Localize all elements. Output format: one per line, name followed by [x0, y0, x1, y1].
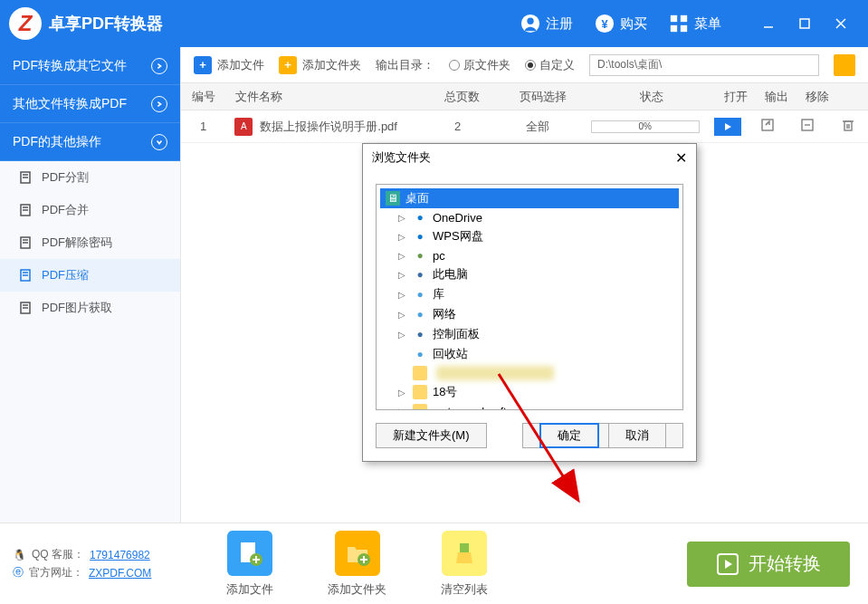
tree-item[interactable]: ▷●控制面板	[380, 324, 679, 344]
footer-add-folder[interactable]: 添加文件夹	[328, 531, 386, 598]
chevron-down-icon	[151, 134, 167, 150]
output-path-input[interactable]	[589, 54, 819, 76]
svg-marker-27	[725, 123, 731, 130]
footer: 🐧QQ 客服：1791476982 ⓔ官方网址：ZXPDF.COM 添加文件 添…	[0, 523, 868, 604]
svg-point-1	[527, 18, 533, 24]
start-convert-button[interactable]: 开始转换	[687, 542, 850, 587]
close-button[interactable]	[823, 0, 859, 47]
tree-item[interactable]: ▷●此电脑	[380, 264, 679, 284]
site-link[interactable]: ZXPDF.COM	[89, 567, 151, 580]
open-icon[interactable]	[760, 118, 775, 132]
chevron-right-icon	[151, 96, 167, 112]
tree-item[interactable]: ▷●OneDrive	[380, 208, 679, 226]
chevron-right-icon	[151, 58, 167, 74]
progress-bar: 0%	[591, 120, 700, 133]
add-file-button[interactable]: + 添加文件	[194, 56, 264, 74]
add-folder-button[interactable]: + 添加文件夹	[279, 56, 361, 74]
app-title: 卓享PDF转换器	[49, 13, 510, 34]
svg-rect-43	[460, 543, 469, 552]
dialog-title-bar[interactable]: 浏览文件夹 ✕	[363, 144, 696, 171]
browse-folder-dialog: 浏览文件夹 ✕ 🖥 桌面 ▷●OneDrive▷●WPS网盘▷●pc▷●此电脑▷…	[362, 143, 697, 462]
minimize-button[interactable]	[750, 0, 787, 47]
svg-text:¥: ¥	[601, 17, 608, 31]
svg-rect-6	[671, 25, 677, 32]
sidebar-cat-other-to-pdf[interactable]: 其他文件转换成PDF	[0, 85, 180, 123]
menu-button[interactable]: 菜单	[658, 0, 732, 47]
table-row[interactable]: 1 A 数据上报操作说明手册.pdf 2 全部 0%	[181, 110, 868, 143]
svg-rect-5	[681, 15, 687, 22]
sidebar: PDF转换成其它文件 其他文件转换成PDF PDF的其他操作 PDF分割PDF合…	[0, 47, 181, 604]
play-button[interactable]	[714, 118, 741, 136]
pdf-icon: A	[234, 118, 253, 136]
sidebar-item[interactable]: PDF分割	[0, 161, 180, 194]
svg-rect-7	[681, 25, 687, 32]
dialog-title: 浏览文件夹	[372, 149, 431, 166]
app-logo: Z	[9, 7, 42, 40]
grid-icon	[669, 14, 689, 34]
page-select[interactable]: 全部	[493, 119, 583, 135]
new-folder-button[interactable]: 新建文件夹(M)	[376, 423, 487, 448]
footer-clear[interactable]: 清空列表	[441, 531, 488, 598]
user-icon	[520, 14, 540, 34]
footer-add-file[interactable]: 添加文件	[226, 531, 273, 598]
ok-button[interactable]: 确定	[539, 423, 599, 448]
output-icon[interactable]	[800, 118, 815, 132]
tree-root[interactable]: 🖥 桌面	[380, 188, 679, 208]
footer-info: 🐧QQ 客服：1791476982 ⓔ官方网址：ZXPDF.COM	[0, 544, 181, 583]
toolbar: + 添加文件 + 添加文件夹 输出目录： 原文件夹 自定义	[181, 47, 868, 83]
plus-icon: +	[194, 56, 212, 74]
delete-icon[interactable]	[841, 118, 855, 132]
tree-item[interactable]: ▷●WPS网盘	[380, 226, 679, 246]
file-name: 数据上报操作说明手册.pdf	[260, 119, 397, 135]
sidebar-item[interactable]: PDF合并	[0, 194, 180, 226]
play-icon	[716, 552, 739, 576]
radio-same-folder[interactable]: 原文件夹	[449, 57, 510, 73]
folder-tree[interactable]: 🖥 桌面 ▷●OneDrive▷●WPS网盘▷●pc▷●此电脑▷●库▷●网络▷●…	[376, 184, 683, 410]
svg-rect-32	[844, 121, 852, 130]
maximize-button[interactable]	[787, 0, 823, 47]
tree-item[interactable]: ▷watermarksoft	[380, 402, 679, 410]
sidebar-cat-pdf-ops[interactable]: PDF的其他操作	[0, 123, 180, 161]
plus-icon: +	[279, 56, 297, 74]
table-header: 编号 文件名称 总页数 页码选择 状态 打开 输出 移除	[181, 83, 868, 110]
sidebar-cat-pdf-to-other[interactable]: PDF转换成其它文件	[0, 47, 180, 85]
dialog-close-button[interactable]: ✕	[675, 149, 687, 167]
sidebar-item[interactable]: PDF压缩	[0, 259, 180, 292]
app-header: Z 卓享PDF转换器 注册 ¥ 购买 菜单	[0, 0, 868, 47]
tree-item[interactable]: ▷●库	[380, 284, 679, 304]
svg-rect-28	[762, 120, 773, 130]
svg-marker-45	[725, 560, 732, 569]
cancel-button[interactable]: 取消	[608, 423, 666, 448]
sidebar-item[interactable]: PDF解除密码	[0, 226, 180, 259]
tree-item[interactable]	[380, 364, 679, 382]
browse-folder-button[interactable]	[834, 54, 855, 76]
buy-button[interactable]: ¥ 购买	[584, 0, 658, 47]
sidebar-item[interactable]: PDF图片获取	[0, 292, 180, 324]
tree-item[interactable]: ●回收站	[380, 344, 679, 364]
svg-rect-9	[800, 19, 809, 28]
tree-item[interactable]: ▷●网络	[380, 304, 679, 324]
tree-item[interactable]: ▷●pc	[380, 246, 679, 264]
tree-item[interactable]: ▷18号	[380, 382, 679, 402]
qq-link[interactable]: 1791476982	[90, 549, 150, 561]
svg-rect-4	[671, 15, 677, 22]
output-label: 输出目录：	[376, 57, 434, 73]
yen-icon: ¥	[595, 14, 615, 34]
register-button[interactable]: 注册	[510, 0, 584, 47]
radio-custom[interactable]: 自定义	[525, 57, 575, 73]
